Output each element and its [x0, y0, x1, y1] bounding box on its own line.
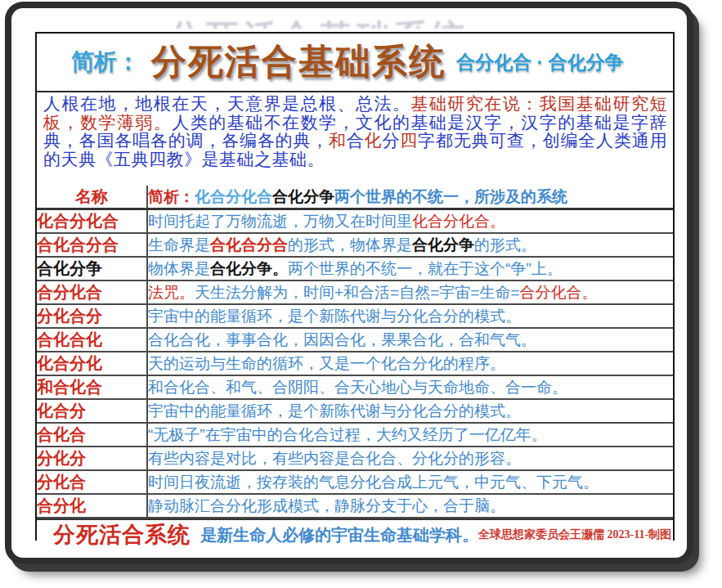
table-row: 和合化合和合化合、和气、合阴阳、合天心地心与天命地命、合一命。	[37, 375, 673, 399]
intro-paragraph: 人根在地，地根在天，天意界是总根、总法。基础研究在说：我国基础研究短板，数学薄弱…	[37, 92, 673, 186]
text-segment: 宇宙中的能量循环，是个新陈代谢与分化合分的模式。	[148, 307, 521, 325]
text-segment: 合化合化	[37, 330, 102, 348]
table-row: 分化合分宇宙中的能量循环，是个新陈代谢与分化合分的模式。	[37, 304, 673, 328]
text-segment: 合化分争	[37, 259, 102, 277]
table-row: 化合分化合时间托起了万物流逝，万物又在时间里化合分化合。	[37, 209, 673, 234]
text-segment: 两个世界的不统一，所涉及的系统	[334, 188, 567, 205]
row-name: 化合分	[37, 399, 147, 423]
page-title: 分死活合基础系统	[151, 38, 446, 86]
text-segment: 和合化合	[37, 378, 102, 396]
text-segment: 合化合分合	[37, 236, 119, 254]
text-segment: 分化合	[37, 473, 86, 491]
text-segment: 合化分争	[272, 188, 334, 205]
text-segment: 合	[347, 131, 365, 150]
text-segment: 字	[418, 131, 436, 150]
table-row: 分化合时间日夜流逝，按存装的气息分化合成上元气，中元气、下元气。	[37, 470, 673, 494]
text-segment: 宇宙中的能量循环，是个新陈代谢与分化合分的模式。	[148, 402, 521, 420]
row-name: 和合化合	[37, 375, 147, 399]
row-description: 有些内容是对比，有些内容是合化合、分化分的形容。	[147, 447, 673, 470]
table-header-row: 名称 简析：化合分化合合化分争两个世界的不统一，所涉及的系统	[37, 186, 673, 209]
row-name: 合化合	[37, 423, 147, 447]
text-segment: 天的运动与生命的循环，又是一个化合分化的程序。	[148, 355, 505, 372]
row-name: 合化合化	[37, 328, 147, 352]
column-header-name: 名称	[37, 186, 147, 209]
row-description: 时间日夜流逝，按存装的气息分化合成上元气，中元气、下元气。	[147, 470, 673, 494]
row-description: 静动脉汇合分化形成模式，静脉分支于心，合于脑。	[147, 494, 673, 518]
table-row: 合化合化合化合化，事事合化，因因合化，果果合化，合和气气。	[37, 328, 673, 352]
row-description: 合化合化，事事合化，因因合化，果果合化，合和气气。	[147, 328, 673, 352]
poster-content: 分死活合基础系统 简析： 分死活合基础系统 合分化合 · 合化分争 人根在地，地…	[35, 32, 675, 541]
row-description: 和合化合、和气、合阴阳、合天心地心与天命地命、合一命。	[147, 375, 673, 399]
table-row: 化合分宇宙中的能量循环，是个新陈代谢与分化合分的模式。	[37, 399, 673, 423]
table-row: 分化分有些内容是对比，有些内容是合化合、分化分的形容。	[37, 447, 673, 470]
row-description: “无极子”在宇宙中的合化合过程，大约又经历了一亿亿年。	[147, 423, 673, 447]
row-name: 合分化合	[37, 281, 147, 304]
text-segment: 和	[329, 131, 347, 150]
text-segment: 静动脉汇合分化形成模式，静脉分支于心，合于脑。	[148, 497, 505, 514]
text-segment: 合化合分合	[210, 236, 288, 254]
row-description: 法咒。天生法分解为，时间+和合活=自然=宇宙=生命=合分化合。	[147, 281, 673, 304]
text-segment: 分化合分	[37, 307, 102, 325]
row-description: 宇宙中的能量循环，是个新陈代谢与分化合分的模式。	[147, 399, 673, 423]
text-segment: 合分化合	[37, 283, 102, 301]
table-body: 化合分化合时间托起了万物流逝，万物又在时间里化合分化合。合化合分合生命界是合化合…	[37, 209, 673, 518]
title-subtitle: 合分化合 · 合化分争	[456, 50, 623, 75]
text-segment: 天生法分解为，时间+和合活=自然=宇宙=生命=	[195, 284, 519, 301]
text-segment: 和合化合、和气、合阴阳、合天心地心与天命地命、合一命。	[148, 379, 567, 396]
text-segment: 化	[365, 131, 383, 150]
row-name: 化合分化	[37, 352, 147, 375]
table-row: 化合分化天的运动与生命的循环，又是一个化合分化的程序。	[37, 352, 673, 375]
row-name: 合化分争	[37, 257, 147, 281]
row-description: 生命界是合化合分合的形式，物体界是合化分争的形式。	[147, 233, 673, 257]
row-description: 时间托起了万物流逝，万物又在时间里化合分化合。	[147, 209, 673, 234]
text-segment: 合化分争	[412, 236, 474, 254]
table-row: 合化分争物体界是合化分争。两个世界的不统一，就在于这个“争”上。	[37, 257, 673, 281]
table-row: 合分化合法咒。天生法分解为，时间+和合活=自然=宇宙=生命=合分化合。	[37, 281, 673, 304]
row-description: 宇宙中的能量循环，是个新陈代谢与分化合分的模式。	[147, 304, 673, 328]
text-segment: 化合分化合	[195, 188, 272, 205]
table-row: 合化合分合生命界是合化合分合的形式，物体界是合化分争的形式。	[37, 233, 673, 257]
footer-text: 是新生命人必修的宇宙生命基础学科。	[200, 524, 478, 546]
concepts-table: 名称 简析：化合分化合合化分争两个世界的不统一，所涉及的系统 化合分化合时间托起…	[37, 186, 673, 518]
text-segment: 人根在地，地根在天，天意界是总根、总法。	[43, 94, 410, 114]
framed-poster: 分死活合基础系统 简析： 分死活合基础系统 合分化合 · 合化分争 人根在地，地…	[11, 8, 687, 558]
ghost-title-artifact: 分死活合基础系统	[168, 14, 642, 29]
title-prefix: 简析：	[71, 47, 140, 78]
text-segment: 合化合	[37, 425, 86, 443]
text-segment: 的形式。	[474, 236, 536, 254]
text-segment: 合分化合。	[519, 284, 597, 301]
title-band: 分死活合基础系统 简析： 分死活合基础系统 合分化合 · 合化分争	[37, 34, 673, 92]
footer-title: 分死活合系统	[53, 520, 191, 550]
text-segment: 有些内容是对比，有些内容是合化合、分化分的形容。	[148, 450, 521, 467]
text-segment: 四	[400, 131, 418, 150]
text-segment: 生命界是	[148, 236, 210, 254]
table-row: 合化合“无极子”在宇宙中的合化合过程，大约又经历了一亿亿年。	[37, 423, 673, 447]
text-segment: 合化合化，事事合化，因因合化，果果合化，合和气气。	[148, 331, 536, 348]
column-header-desc: 简析：化合分化合合化分争两个世界的不统一，所涉及的系统	[147, 186, 673, 209]
row-name: 分化合	[37, 470, 147, 494]
text-segment: 两个世界的不统一，就在于这个“争”上。	[288, 260, 563, 277]
text-segment: 分化分	[37, 449, 86, 467]
text-segment: 物体界是	[148, 260, 210, 277]
footer-band: 分死活合系统 是新生命人必修的宇宙生命基础学科。 全球思想家委员会王灏儒 202…	[37, 518, 673, 550]
text-segment: 化合分化合	[37, 212, 119, 230]
row-name: 合分化	[37, 494, 147, 518]
text-segment: 时间托起了万物流逝，万物又在时间里	[148, 213, 412, 230]
footer-credit: 全球思想家委员会王灏儒 2023-11-制图	[478, 527, 671, 542]
row-description: 天的运动与生命的循环，又是一个化合分化的程序。	[147, 352, 673, 375]
text-segment: “无极子”在宇宙中的合化合过程，大约又经历了一亿亿年。	[148, 426, 547, 443]
text-segment: 化合分	[37, 402, 86, 420]
row-name: 化合分化合	[37, 209, 147, 234]
row-name: 合化合分合	[37, 233, 147, 257]
table-row: 合分化静动脉汇合分化形成模式，静脉分支于心，合于脑。	[37, 494, 673, 518]
text-segment: 分	[382, 131, 400, 150]
row-description: 物体界是合化分争。两个世界的不统一，就在于这个“争”上。	[147, 257, 673, 281]
text-segment: 合化分争。	[210, 260, 288, 277]
text-segment: 的形式，物体界是	[288, 236, 412, 254]
text-segment: 合分化	[37, 496, 86, 514]
text-segment: 化合分化合。	[412, 213, 505, 230]
text-segment: 时间日夜流逝，按存装的气息分化合成上元气，中元气、下元气。	[148, 474, 599, 491]
text-segment: 化合分化	[37, 354, 102, 372]
row-name: 分化分	[37, 447, 147, 470]
text-segment: 名称	[75, 187, 108, 205]
